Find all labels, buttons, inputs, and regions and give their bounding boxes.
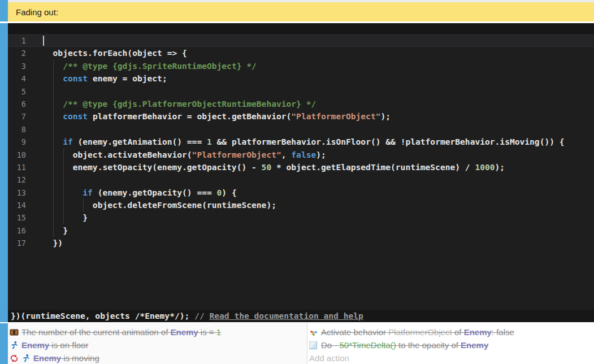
code-text: enemy.setOpacity(enemy.getOpacity() - 50… — [26, 161, 505, 174]
code-text — [26, 34, 43, 47]
code-lines: 12 objects.forEach(object => {3 /** @typ… — [8, 34, 594, 250]
code-line: 15 } — [8, 211, 594, 224]
line-number: 5 — [8, 85, 26, 98]
js-code-editor[interactable]: 12 objects.forEach(object => {3 /** @typ… — [8, 34, 594, 310]
code-text: if (enemy.getOpacity() === 0) { — [26, 187, 237, 199]
js-code-event[interactable]: (function(runtimeScene, objects /*Enemy*… — [8, 23, 594, 322]
action-row[interactable]: Do - 50*TimeDelta() to the opacity of En… — [307, 339, 594, 352]
code-text — [26, 123, 43, 136]
code-line: 13 if (enemy.getOpacity() === 0) { — [8, 187, 594, 199]
code-text: object.deleteFromScene(runtimeScene); — [26, 199, 276, 211]
condition-row[interactable]: Enemy is on floor — [8, 339, 307, 352]
code-line: 3 /** @type {gdjs.SpriteRuntimeObject} *… — [8, 60, 594, 72]
condition-row-text: Enemy is on floor — [21, 340, 88, 350]
line-number: 8 — [8, 123, 26, 136]
line-number: 14 — [8, 199, 26, 211]
line-number: 7 — [8, 110, 26, 123]
comment-slashes: // — [194, 311, 209, 320]
line-number: 4 — [8, 72, 26, 85]
line-number: 9 — [8, 136, 26, 148]
code-text: } — [26, 224, 68, 237]
conditions-actions-event: The number of the current animation of E… — [8, 323, 594, 364]
action-row[interactable]: Activate behavior PlatformerObject of En… — [307, 326, 594, 339]
code-line: 17 }) — [8, 237, 594, 249]
code-text: object.activateBehavior("PlatformerObjec… — [26, 149, 326, 161]
line-number: 17 — [8, 237, 26, 249]
code-line: 1 — [8, 34, 594, 47]
code-wrapper-footer-text: })(runtimeScene, objects /*Enemy*/); — [11, 311, 194, 320]
object-name: Enemy — [461, 340, 488, 350]
code-text — [26, 174, 43, 186]
code-line: 11 enemy.setOpacity(enemy.getOpacity() -… — [8, 161, 594, 174]
line-number: 13 — [8, 187, 26, 199]
code-line: 10 object.activateBehavior("PlatformerOb… — [8, 149, 594, 161]
line-number: 10 — [8, 149, 26, 161]
object-name: Enemy — [21, 340, 49, 350]
code-text: /** @type {gdjs.PlatformerObjectRuntimeB… — [26, 98, 316, 110]
object-name: Enemy — [33, 353, 61, 363]
code-line: 5 — [8, 85, 594, 98]
event-separator — [0, 21, 594, 23]
action-row-text: Activate behavior PlatformerObject of En… — [321, 327, 514, 337]
line-number: 15 — [8, 211, 26, 224]
code-text: if (enemy.getAnimation() === 1 && platfo… — [26, 136, 565, 148]
code-line: 2 objects.forEach(object => { — [8, 47, 594, 59]
object-name: Enemy — [464, 327, 492, 337]
line-number: 2 — [8, 47, 26, 59]
code-text: }) — [26, 237, 63, 249]
action-row-text: Do - 50*TimeDelta() to the opacity of En… — [321, 340, 488, 350]
code-line: 6 /** @type {gdjs.PlatformerObjectRuntim… — [8, 98, 594, 110]
conditions-column: The number of the current animation of E… — [8, 323, 307, 364]
code-text: } — [26, 211, 88, 224]
code-text: const platformerBehavior = object.getBeh… — [26, 110, 391, 123]
text-cursor — [43, 36, 44, 46]
runner-icon — [21, 354, 31, 363]
opacity-icon — [309, 341, 318, 350]
condition-row-text: The number of the current animation of E… — [21, 327, 221, 337]
condition-row[interactable]: The number of the current animation of E… — [8, 326, 307, 339]
code-line: 9 if (enemy.getAnimation() === 1 && plat… — [8, 136, 594, 148]
code-line: 12 — [8, 174, 594, 186]
line-number: 16 — [8, 224, 26, 237]
code-text: /** @type {gdjs.SpriteRuntimeObject} */ — [26, 60, 257, 72]
condition-row-text: Enemy is moving — [33, 353, 99, 363]
line-number: 6 — [8, 98, 26, 110]
animation-icon — [10, 328, 19, 337]
documentation-link[interactable]: Read the documentation and help — [209, 311, 363, 320]
code-line: 8 — [8, 123, 594, 136]
line-number: 11 — [8, 161, 26, 174]
gdevelop-event-sheet: Fading out: (function(runtimeScene, obje… — [0, 0, 594, 364]
line-number: 3 — [8, 60, 26, 72]
code-wrapper-header: (function(runtimeScene, objects /*Enemy*… — [8, 23, 594, 34]
code-text — [26, 85, 43, 98]
code-line: 4 const enemy = object; — [8, 72, 594, 85]
runner-icon — [10, 341, 19, 350]
code-line: 7 const platformerBehavior = object.getB… — [8, 110, 594, 123]
code-line: 16 } — [8, 224, 594, 237]
comment-text: Fading out: — [16, 7, 58, 17]
code-text: objects.forEach(object => { — [26, 47, 187, 59]
object-name: Enemy — [170, 327, 198, 337]
comment-event[interactable]: Fading out: — [8, 2, 594, 21]
line-number: 1 — [8, 34, 26, 47]
code-wrapper-footer: })(runtimeScene, objects /*Enemy*/); // … — [8, 310, 594, 322]
condition-row[interactable]: Enemy is moving — [8, 352, 307, 364]
code-text: const enemy = object; — [26, 72, 167, 85]
code-line: 14 object.deleteFromScene(runtimeScene); — [8, 199, 594, 211]
actions-column: Activate behavior PlatformerObject of En… — [307, 323, 594, 364]
line-number: 12 — [8, 174, 26, 186]
event-separator — [0, 322, 594, 323]
event-selection-stripe — [0, 0, 8, 364]
add-action-button[interactable]: Add action — [307, 352, 594, 364]
invert-icon — [10, 354, 19, 363]
behavior-icon — [309, 328, 318, 337]
